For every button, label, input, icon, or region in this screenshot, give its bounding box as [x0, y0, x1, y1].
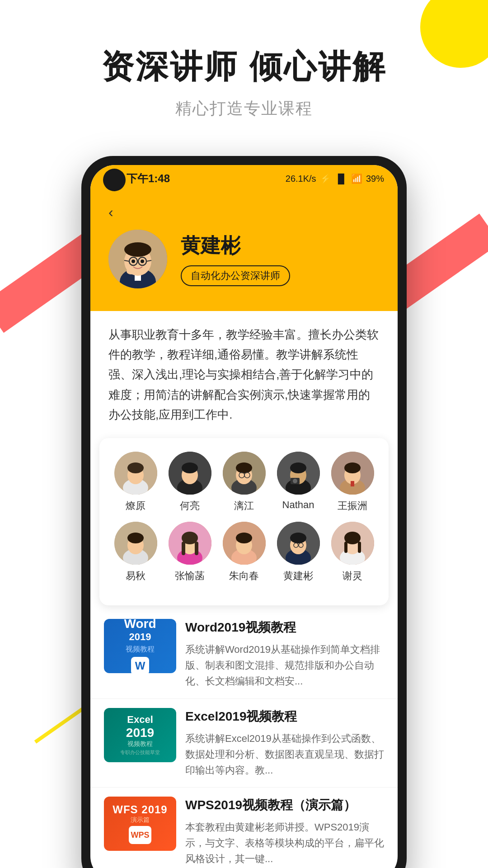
course-item-word[interactable]: Word 2019 视频教程 W Word2019视频教程 系统讲解Word20… — [90, 610, 398, 699]
course-info-excel: Excel2019视频教程 系统讲解Excel2019从基础操作到公式函数、数据… — [185, 708, 384, 778]
instructor-name-9: 黄建彬 — [283, 569, 313, 583]
instructor-avatar-4 — [277, 452, 320, 495]
instructor-name-1: 燎原 — [126, 499, 145, 513]
instructor-lijiang[interactable]: 漓江 — [223, 452, 266, 513]
instructor-huangjianbin[interactable]: 黄建彬 — [277, 522, 320, 583]
course-thumb-word: Word 2019 视频教程 W — [104, 619, 176, 673]
instructor-heliang[interactable]: 何亮 — [169, 452, 211, 513]
wifi-icon: 📶 — [351, 173, 362, 184]
course-info-word: Word2019视频教程 系统讲解Word2019从基础操作到简单文档排版、制表… — [185, 619, 384, 689]
course-item-wps[interactable]: WFS 2019 演示篇 WPS WPS2019视频教程（演示篇） 本套教程由黄… — [90, 788, 398, 868]
course-thumb-excel: Excel 2019 视频教程 专职办公技能草堂 — [104, 708, 176, 762]
svg-point-34 — [293, 479, 297, 483]
instructors-row-2: 易秋 — [108, 522, 380, 583]
instructor-avatar-8 — [223, 522, 266, 565]
status-icons: 26.1K/s ⚡ ▐▌ 📶 39% — [286, 173, 384, 184]
svg-point-32 — [290, 462, 306, 473]
course-title-wps: WPS2019视频教程（演示篇） — [185, 797, 384, 814]
svg-point-22 — [182, 462, 198, 473]
profile-section: ‹ — [90, 190, 398, 311]
instructor-name-5: 王振洲 — [338, 499, 367, 513]
teacher-details: 黄建彬 自动化办公资深讲师 — [181, 232, 290, 286]
svg-point-13 — [141, 259, 144, 263]
teacher-name: 黄建彬 — [181, 232, 290, 259]
svg-point-38 — [344, 462, 361, 473]
instructor-avatar-3 — [223, 452, 266, 495]
hero-section: 资深讲师 倾心讲解 精心打造专业课程 — [0, 0, 488, 138]
instructor-avatar-9 — [277, 522, 320, 565]
phone-wrapper: 下午1:48 26.1K/s ⚡ ▐▌ 📶 39% ‹ — [0, 156, 488, 868]
instructor-avatar-2 — [169, 452, 211, 495]
teacher-avatar — [108, 230, 167, 288]
hero-title: 资深讲师 倾心讲解 — [0, 45, 488, 89]
instructor-avatar-5 — [331, 452, 374, 495]
instructor-avatar-10 — [331, 522, 374, 565]
svg-point-6 — [124, 242, 151, 257]
instructor-zhangyuhan[interactable]: 张愉菡 — [169, 522, 211, 583]
svg-rect-48 — [182, 542, 185, 555]
instructor-name-3: 漓江 — [234, 499, 254, 513]
teacher-description: 从事职业教育十多年，教学经验丰富。擅长办公类软件的教学，教程详细,通俗易懂。教学… — [90, 311, 398, 438]
svg-point-57 — [290, 533, 306, 543]
course-desc-excel: 系统讲解Excel2019从基础操作到公式函数、数据处理和分析、数据图表直观呈现… — [185, 731, 384, 778]
hero-subtitle: 精心打造专业课程 — [0, 98, 488, 120]
svg-rect-39 — [351, 481, 354, 486]
teacher-badge: 自动化办公资深讲师 — [181, 265, 290, 286]
instructor-name-8: 朱向春 — [229, 569, 259, 583]
battery-text: 39% — [366, 174, 384, 184]
course-list: Word 2019 视频教程 W Word2019视频教程 系统讲解Word20… — [90, 605, 398, 868]
status-time: 下午1:48 — [127, 171, 170, 186]
instructor-xieling[interactable]: 谢灵 — [331, 522, 374, 583]
svg-point-12 — [131, 259, 135, 263]
instructor-avatar-6 — [114, 522, 157, 565]
course-thumb-wps: WFS 2019 演示篇 WPS — [104, 797, 176, 851]
instructor-name-10: 谢灵 — [343, 569, 362, 583]
instructor-yiqiu[interactable]: 易秋 — [114, 522, 157, 583]
instructor-nathan[interactable]: Nathan — [277, 452, 320, 513]
svg-point-43 — [127, 533, 144, 543]
bluetooth-icon: ⚡ — [320, 173, 331, 184]
course-desc-wps: 本套教程由黄建彬老师讲授。WPS2019演示，与文字、表格等模块构成的平台，扁平… — [185, 819, 384, 867]
profile-info: 黄建彬 自动化办公资深讲师 — [108, 230, 380, 288]
signal-bars-icon: ▐▌ — [335, 174, 347, 184]
course-title-word: Word2019视频教程 — [185, 619, 384, 636]
svg-rect-65 — [358, 542, 361, 553]
instructor-name-6: 易秋 — [126, 569, 145, 583]
svg-point-53 — [236, 533, 252, 543]
instructors-card: 燎原 何亮 — [99, 438, 389, 605]
instructor-avatar-7 — [169, 522, 211, 565]
phone-inner: 下午1:48 26.1K/s ⚡ ▐▌ 📶 39% ‹ — [90, 165, 398, 868]
back-button[interactable]: ‹ — [108, 204, 380, 221]
instructor-liaoyuan[interactable]: 燎原 — [114, 452, 157, 513]
instructor-name-4: Nathan — [282, 499, 314, 511]
svg-rect-49 — [195, 542, 198, 555]
instructors-row-1: 燎原 何亮 — [108, 452, 380, 513]
course-item-excel[interactable]: Excel 2019 视频教程 专职办公技能草堂 Excel2019视频教程 系… — [90, 699, 398, 788]
signal-text: 26.1K/s — [286, 174, 316, 184]
camera-notch — [103, 169, 126, 191]
course-title-excel: Excel2019视频教程 — [185, 708, 384, 725]
svg-point-14 — [127, 268, 136, 274]
status-bar: 下午1:48 26.1K/s ⚡ ▐▌ 📶 39% — [90, 165, 398, 190]
instructor-name-2: 何亮 — [180, 499, 200, 513]
svg-rect-64 — [344, 542, 347, 553]
course-desc-word: 系统讲解Word2019从基础操作到简单文档排版、制表和图文混排、规范排版和办公… — [185, 642, 384, 689]
instructor-wangzhenzhou[interactable]: 王振洲 — [331, 452, 374, 513]
instructor-zhuxiangchun[interactable]: 朱向春 — [223, 522, 266, 583]
course-info-wps: WPS2019视频教程（演示篇） 本套教程由黄建彬老师讲授。WPS2019演示，… — [185, 797, 384, 867]
svg-point-26 — [236, 462, 252, 473]
phone-frame: 下午1:48 26.1K/s ⚡ ▐▌ 📶 39% ‹ — [81, 156, 407, 868]
instructor-name-7: 张愉菡 — [175, 569, 205, 583]
instructor-avatar-1 — [114, 452, 157, 495]
svg-point-18 — [127, 462, 144, 473]
